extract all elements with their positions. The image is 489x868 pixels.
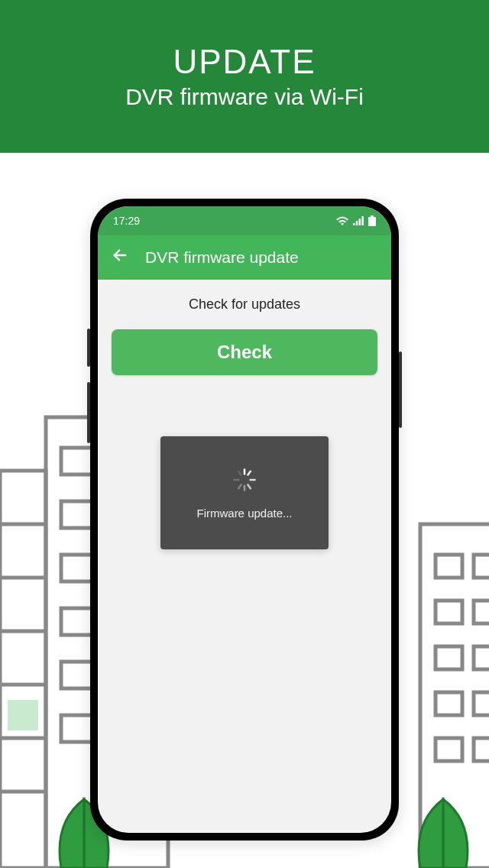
loading-modal: Firmware update... — [160, 436, 329, 549]
svg-rect-29 — [474, 692, 489, 715]
svg-rect-28 — [436, 692, 462, 715]
stage: 17:29 — [0, 153, 489, 868]
signal-icon — [353, 216, 364, 225]
svg-line-46 — [238, 484, 241, 488]
status-bar: 17:29 — [98, 206, 391, 235]
check-updates-heading: Check for updates — [189, 296, 300, 313]
phone-screen: 17:29 — [98, 206, 391, 833]
promo-banner: UPDATE DVR firmware via Wi-Fi — [0, 0, 489, 153]
back-arrow-icon[interactable] — [112, 247, 128, 268]
svg-rect-35 — [356, 221, 358, 225]
svg-rect-30 — [436, 738, 462, 761]
phone-volume-button — [87, 382, 90, 443]
status-indicators — [336, 215, 376, 226]
svg-rect-24 — [436, 601, 462, 623]
banner-subtitle: DVR firmware via Wi-Fi — [125, 84, 364, 110]
banner-title: UPDATE — [173, 43, 316, 81]
svg-rect-34 — [353, 223, 355, 225]
svg-rect-25 — [474, 601, 489, 623]
svg-rect-22 — [436, 555, 462, 578]
wifi-icon — [336, 216, 348, 225]
svg-rect-31 — [474, 738, 489, 761]
screen-content: Check for updates Check — [98, 280, 391, 566]
modal-text: Firmware update... — [196, 507, 292, 520]
svg-line-48 — [238, 471, 241, 474]
status-time: 17:29 — [113, 215, 140, 227]
svg-rect-27 — [474, 646, 489, 669]
app-bar-title: DVR firmware update — [145, 248, 299, 267]
app-bar: DVR firmware update — [98, 235, 391, 280]
svg-rect-39 — [368, 217, 376, 226]
svg-rect-1 — [0, 471, 46, 868]
svg-rect-8 — [8, 700, 38, 730]
svg-rect-23 — [474, 555, 489, 578]
svg-line-44 — [248, 484, 250, 488]
svg-rect-38 — [371, 215, 374, 217]
svg-line-42 — [248, 471, 250, 474]
phone-mockup: 17:29 — [90, 199, 399, 840]
phone-volume-button — [87, 329, 90, 367]
check-button[interactable]: Check — [112, 329, 377, 375]
svg-rect-26 — [436, 646, 462, 669]
svg-rect-37 — [361, 216, 364, 225]
spinner-icon — [232, 467, 257, 493]
svg-rect-36 — [359, 219, 361, 225]
phone-power-button — [399, 351, 402, 428]
battery-icon — [368, 215, 376, 226]
